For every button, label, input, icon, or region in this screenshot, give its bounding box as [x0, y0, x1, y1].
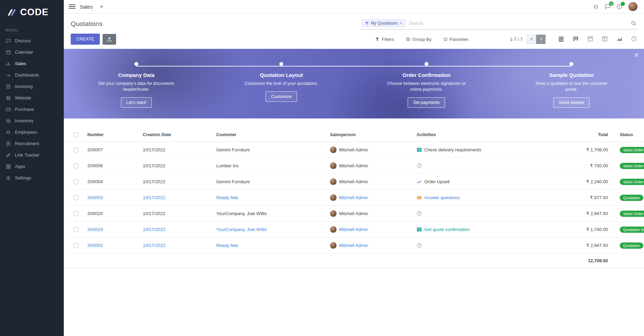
lets-start-button[interactable]: Let's start! [121, 97, 152, 108]
step-description: Choose between electronic signatures or … [386, 81, 467, 92]
step-description: Send a quotation to test the customer po… [531, 81, 612, 92]
sidebar-item-website[interactable]: Website [0, 92, 64, 104]
row-checkbox[interactable] [73, 179, 78, 184]
brand-logo-icon [6, 8, 17, 17]
activities-clock-icon[interactable] [616, 3, 623, 10]
brand-logo[interactable]: CODE [0, 0, 64, 23]
pivot-view-button[interactable] [602, 36, 609, 43]
activity-list-icon[interactable] [417, 147, 422, 152]
sidebar-item-sales[interactable]: Sales [0, 58, 64, 69]
row-checkbox[interactable] [73, 163, 78, 168]
bug-icon[interactable] [593, 3, 599, 10]
onboarding-step-sample-quotation: Sample Quotation Send a quotation to tes… [499, 62, 644, 118]
calendar-view-button[interactable] [587, 36, 594, 43]
onboarding-step-quotation-layout: Quotation Layout Customize the look of y… [209, 62, 354, 118]
sidebar-item-employees[interactable]: Employees [0, 126, 64, 138]
filters-button[interactable]: Filters [375, 37, 394, 42]
search-filter-chip[interactable]: My Quotations × [362, 19, 405, 27]
activity-clock-icon[interactable] [417, 243, 422, 248]
activity-clock-icon[interactable] [417, 211, 422, 216]
sidebar-item-discuss[interactable]: Discuss [0, 35, 64, 46]
row-checkbox[interactable] [73, 211, 78, 216]
group-by-button[interactable]: Group By [406, 37, 432, 42]
sidebar-item-label: Link Tracker [15, 152, 40, 158]
sidebar-item-invoicing[interactable]: Invoicing [0, 81, 64, 92]
remove-filter-icon[interactable]: × [400, 21, 402, 25]
pager-previous-button[interactable] [527, 35, 536, 44]
table-row[interactable]: S00002 10/17/2022 Ready Mat Mitchell Adm… [64, 238, 644, 254]
export-upload-button[interactable] [103, 34, 116, 45]
hamburger-menu-icon[interactable] [69, 5, 76, 9]
table-row[interactable]: S00007 10/17/2022 Gemini Furniture Mitch… [64, 142, 644, 158]
graph-view-button[interactable] [616, 36, 623, 43]
row-checkbox[interactable] [73, 243, 78, 248]
cell-activity[interactable]: Answer questions [424, 195, 460, 200]
row-checkbox[interactable] [73, 227, 78, 232]
column-header-number[interactable]: Number [87, 132, 143, 137]
brand-name: CODE [20, 7, 49, 18]
column-header-activities[interactable]: Activities [417, 132, 562, 137]
messages-icon[interactable]: 5 [604, 3, 611, 10]
cell-number: S00020 [87, 211, 143, 216]
search-filter-chip-label: My Quotations [371, 21, 398, 26]
salesperson-avatar [330, 194, 337, 201]
status-badge: Sales Order [620, 163, 644, 169]
kanban-view-button[interactable] [573, 36, 580, 43]
quotations-table: Number Creation Date Customer Salesperso… [64, 127, 644, 336]
select-all-checkbox[interactable] [73, 132, 78, 137]
sidebar-item-dashboards[interactable]: Dashboards [0, 69, 64, 81]
send-sample-button[interactable]: Send sample [553, 97, 590, 108]
onboarding-banner: Company Data Set your company's data for… [64, 49, 644, 118]
favorites-button[interactable]: Favorites [443, 37, 468, 42]
sidebar-item-settings[interactable]: Settings [0, 172, 64, 184]
table-row[interactable]: S00006 10/17/2022 Lumber Inc Mitchell Ad… [64, 158, 644, 174]
search-input[interactable] [409, 21, 631, 26]
column-header-customer[interactable]: Customer [216, 132, 330, 137]
activity-list-icon[interactable] [417, 227, 422, 232]
row-checkbox[interactable] [73, 195, 78, 200]
cell-activity[interactable]: Order Upsell [424, 179, 450, 184]
activity-chart-icon[interactable] [417, 179, 422, 184]
customize-button[interactable]: Customize [266, 91, 297, 102]
user-avatar[interactable] [628, 2, 638, 11]
topbar-app-name[interactable]: Sales [80, 4, 93, 10]
plus-icon[interactable] [99, 4, 104, 9]
table-row[interactable]: S00020 10/17/2022 YourCompany, Joel Will… [64, 206, 644, 222]
cell-creation-date: 10/17/2022 [143, 227, 216, 232]
cell-creation-date: 10/17/2022 [143, 195, 216, 200]
column-header-total[interactable]: Total [562, 132, 614, 137]
search-icon[interactable] [631, 20, 636, 26]
search-bar[interactable]: My Quotations × [360, 18, 638, 29]
sidebar-item-recruitment[interactable]: Recruitment [0, 138, 64, 149]
activity-view-icon [631, 36, 637, 42]
sidebar-item-inventory[interactable]: Inventory [0, 115, 64, 126]
table-row[interactable]: S00019 10/17/2022 YourCompany, Joel Will… [64, 222, 644, 238]
activity-view-button[interactable] [631, 36, 638, 43]
table-row[interactable]: S00003 10/17/2022 Ready Mat Mitchell Adm… [64, 190, 644, 206]
salesperson-avatar [330, 147, 337, 153]
employees-icon [6, 130, 11, 135]
cell-activity[interactable]: Check delivery requirements [424, 147, 481, 152]
activity-clock-icon[interactable] [417, 163, 422, 168]
set-payments-button[interactable]: Set payments [408, 97, 445, 108]
create-button[interactable]: CREATE [71, 34, 100, 45]
sidebar-item-purchase[interactable]: Purchase [0, 104, 64, 115]
calendar-view-icon [587, 36, 593, 42]
list-view-button[interactable] [558, 36, 565, 43]
sales-icon [6, 61, 11, 67]
sidebar-item-apps[interactable]: Apps [0, 161, 64, 172]
cell-creation-date: 10/17/2022 [143, 179, 216, 184]
sidebar-item-link-tracker[interactable]: Link Tracker [0, 149, 64, 161]
column-header-status[interactable]: Status [614, 132, 644, 137]
activity-envelope-icon[interactable] [417, 195, 422, 200]
cell-activity[interactable]: Get quote confirmation [424, 227, 470, 232]
cell-creation-date: 10/17/2022 [143, 163, 216, 168]
row-checkbox[interactable] [73, 148, 78, 152]
pager-next-button[interactable] [536, 35, 546, 44]
column-header-creation-date[interactable]: Creation Date [143, 132, 216, 137]
sidebar-item-calendar[interactable]: Calendar [0, 46, 64, 58]
menu-section-label: MENU [0, 23, 64, 35]
column-header-salesperson[interactable]: Salesperson [330, 132, 417, 137]
table-row[interactable]: S00004 10/17/2022 Gemini Furniture Mitch… [64, 174, 644, 190]
pager-range: 1-7 / 7 [510, 37, 523, 42]
